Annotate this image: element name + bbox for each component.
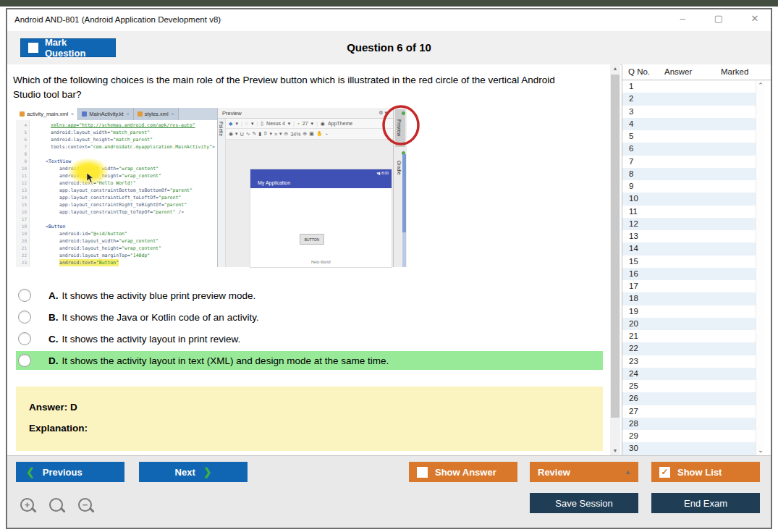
- device-selector: Nexus 4: [266, 121, 285, 126]
- question-row-7[interactable]: 7: [622, 156, 756, 168]
- option-radio[interactable]: [18, 354, 31, 367]
- file-icon: [82, 111, 87, 117]
- zoom-out-icon[interactable]: −: [78, 498, 97, 517]
- list-scroll-down-icon[interactable]: ⌄: [756, 447, 765, 454]
- question-row-26[interactable]: 26: [622, 392, 756, 405]
- question-row-17[interactable]: 17: [622, 280, 756, 292]
- column-marked: Marked: [721, 67, 748, 76]
- option-d[interactable]: D.It shows the activity layout in text (…: [16, 351, 603, 370]
- code-line: 8: [16, 151, 217, 158]
- scrollbar-thumb[interactable]: [611, 75, 620, 418]
- question-row-23[interactable]: 23: [622, 355, 756, 368]
- phone-time: 8:00: [381, 171, 389, 175]
- question-row-3[interactable]: 3: [622, 106, 756, 118]
- toolbar-icon: ⠿: [263, 131, 267, 137]
- toolbar-icon: ▾: [288, 121, 291, 127]
- question-row-24[interactable]: 24: [622, 368, 756, 380]
- toolbar-icon: ▮: [258, 131, 261, 137]
- code-line: 14app:layout_constraintLeft_toLeftOf="pa…: [16, 194, 217, 201]
- option-radio[interactable]: [18, 289, 31, 302]
- question-row-11[interactable]: 11: [622, 206, 756, 218]
- answer-box: Answer: D Explanation:: [16, 387, 603, 451]
- option-radio[interactable]: [18, 332, 31, 345]
- question-row-21[interactable]: 21: [622, 330, 756, 342]
- desktop-strip: [0, 0, 778, 7]
- show-answer-checkbox[interactable]: [417, 467, 428, 478]
- android-studio-screenshot: activity_main.xml×MainActivity.kt×styles…: [16, 108, 407, 267]
- code-editor: 4xmlns:app="http://schemas.android.com/a…: [16, 120, 217, 267]
- window-controls: – ▢ ✕: [675, 13, 762, 24]
- minimize-icon[interactable]: –: [675, 13, 690, 24]
- end-exam-button[interactable]: End Exam: [651, 493, 760, 513]
- content-scrollbar[interactable]: ▲ ▼: [610, 64, 620, 455]
- option-c[interactable]: C.It shows the activity layout in print …: [16, 329, 603, 348]
- toolbar-icon: ▾: [235, 121, 238, 127]
- option-radio[interactable]: [18, 311, 31, 324]
- code-line: 18<Button: [16, 223, 217, 230]
- zoom-controls: + −: [20, 498, 97, 517]
- preview-toolbar-row1: ◆▾|◌▾|▯Nexus 4▾|▪27▾|◉AppTheme: [226, 119, 393, 129]
- question-row-13[interactable]: 13: [622, 230, 756, 242]
- code-line: 5android:layout_width="match_parent": [16, 129, 217, 136]
- question-text: Which of the following choices is the ma…: [13, 73, 583, 103]
- tab-close-icon: ×: [172, 111, 174, 117]
- question-row-14[interactable]: 14: [622, 242, 756, 255]
- option-text: It shows the Java or Kotlin code of an a…: [62, 312, 259, 323]
- code-line: 19android:id="@+id/button": [16, 230, 217, 237]
- toolbar-icon: U: [240, 132, 244, 137]
- review-dropdown-icon[interactable]: ▲: [625, 468, 631, 476]
- question-row-29[interactable]: 29: [622, 430, 756, 442]
- phone-button: BUTTON: [300, 234, 324, 245]
- question-row-2[interactable]: 2: [622, 93, 756, 105]
- toolbar-icon: ◔: [325, 132, 328, 137]
- question-row-30[interactable]: 30: [622, 442, 756, 455]
- question-row-22[interactable]: 22: [622, 342, 756, 355]
- question-row-9[interactable]: 9: [622, 180, 756, 193]
- show-list-button[interactable]: ✓ Show List: [651, 462, 760, 482]
- question-row-28[interactable]: 28: [622, 418, 756, 430]
- question-row-25[interactable]: 25: [622, 380, 756, 392]
- palette-label: Palette: [219, 122, 224, 136]
- divider: |: [316, 121, 318, 126]
- show-list-checkbox[interactable]: ✓: [659, 467, 670, 478]
- app-window: Android AND-801 (Android Application Dev…: [6, 8, 772, 529]
- review-button[interactable]: Review ▲: [530, 462, 638, 482]
- question-row-16[interactable]: 16: [622, 268, 756, 280]
- maximize-icon[interactable]: ▢: [711, 13, 726, 24]
- previous-button[interactable]: ❮ Previous: [16, 462, 124, 482]
- close-icon[interactable]: ✕: [748, 13, 762, 24]
- code-line: 6android:layout_height="match_parent": [16, 136, 217, 143]
- scroll-down-icon[interactable]: ▼: [610, 447, 620, 455]
- magnifier-icon[interactable]: [49, 498, 68, 517]
- show-answer-button[interactable]: Show Answer: [409, 462, 517, 482]
- question-area: Which of the following choices is the ma…: [7, 64, 610, 455]
- list-scroll-up-icon[interactable]: ⌃: [756, 82, 765, 89]
- question-row-8[interactable]: 8: [622, 168, 756, 180]
- question-row-18[interactable]: 18: [622, 292, 756, 305]
- question-row-5[interactable]: 5: [622, 130, 756, 143]
- code-line: 17: [16, 216, 217, 223]
- question-row-27[interactable]: 27: [622, 405, 756, 418]
- option-b[interactable]: B.It shows the Java or Kotlin code of an…: [16, 308, 603, 326]
- question-row-6[interactable]: 6: [622, 143, 756, 155]
- editor-tabbar: activity_main.xml×MainActivity.kt×styles…: [16, 108, 217, 120]
- question-list-scrollbar[interactable]: ⌃ ⌄: [756, 80, 765, 455]
- zoom-in-icon[interactable]: +: [20, 498, 39, 517]
- toolbar-icon: ▯: [261, 121, 263, 127]
- theme-selector: AppTheme: [328, 121, 352, 126]
- editor-tab: MainActivity.kt×: [78, 108, 133, 120]
- save-session-button[interactable]: Save Session: [530, 493, 638, 513]
- question-row-20[interactable]: 20: [622, 318, 756, 330]
- preview-panel-header: Preview ⚙ ▾: [218, 108, 393, 119]
- question-row-15[interactable]: 15: [622, 256, 756, 268]
- question-row-1[interactable]: 1: [622, 80, 756, 93]
- next-button[interactable]: Next ❯: [139, 462, 248, 482]
- question-row-19[interactable]: 19: [622, 305, 756, 318]
- question-row-4[interactable]: 4: [622, 118, 756, 130]
- explanation-label: Explanation:: [29, 423, 88, 434]
- scroll-up-icon[interactable]: ▲: [610, 64, 620, 73]
- question-row-10[interactable]: 10: [622, 193, 756, 205]
- question-row-12[interactable]: 12: [622, 218, 756, 230]
- mouse-cursor-icon: [87, 173, 94, 183]
- option-a[interactable]: A.It shows the activity blue print previ…: [16, 286, 603, 305]
